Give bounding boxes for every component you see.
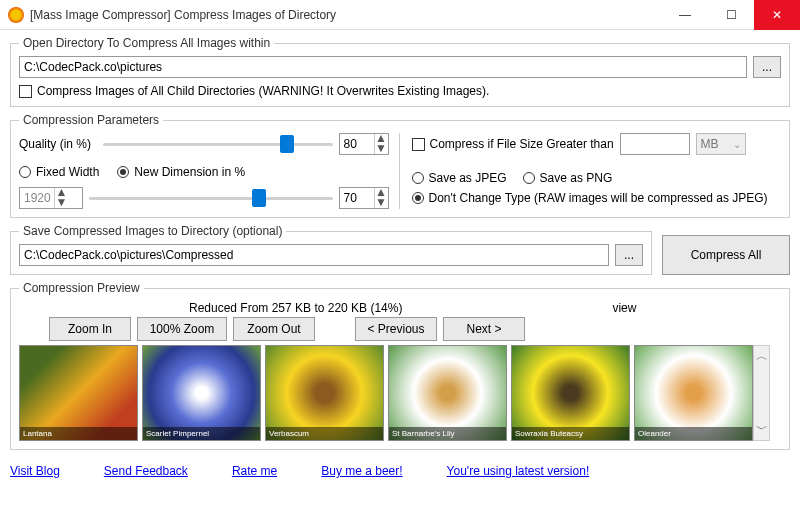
open-directory-group: Open Directory To Compress All Images wi… [10,36,790,107]
save-directory-group: Save Compressed Images to Directory (opt… [10,224,652,275]
dimension-spinner[interactable]: ▲▼ [339,187,389,209]
quality-spinner[interactable]: ▲▼ [339,133,389,155]
app-icon [8,7,24,23]
scroll-up-icon: ︿ [756,348,768,365]
new-dimension-radio[interactable]: New Dimension in % [117,165,245,179]
thumbnail[interactable]: Scarlet Pimpernel [142,345,261,441]
minimize-button[interactable]: — [662,0,708,30]
size-threshold-checkbox[interactable]: Compress if File Size Greater than [412,137,614,151]
scroll-down-icon: ﹀ [756,421,768,438]
thumbnail-strip: Lantana Scarlet Pimpernel Verbascum St B… [19,345,753,441]
save-browse-button[interactable]: ... [615,244,643,266]
maximize-button[interactable]: ☐ [708,0,754,30]
save-directory-legend: Save Compressed Images to Directory (opt… [19,224,286,238]
send-feedback-link[interactable]: Send Feedback [104,464,188,478]
reduced-text: Reduced From 257 KB to 220 KB (14%) [189,301,402,315]
compress-all-button[interactable]: Compress All [662,235,790,275]
fixed-width-spinner: ▲▼ [19,187,83,209]
version-link[interactable]: You're using latest version! [447,464,590,478]
open-directory-legend: Open Directory To Compress All Images wi… [19,36,274,50]
rate-me-link[interactable]: Rate me [232,464,277,478]
next-button[interactable]: Next > [443,317,525,341]
compression-preview-group: Compression Preview Reduced From 257 KB … [10,281,790,450]
thumbnail[interactable]: St Barnarbe's Lily [388,345,507,441]
titlebar: [Mass Image Compressor] Compress Images … [0,0,800,30]
checkbox-icon [19,85,32,98]
visit-blog-link[interactable]: Visit Blog [10,464,60,478]
zoom-out-button[interactable]: Zoom Out [233,317,315,341]
thumbnail[interactable]: Oleander [634,345,753,441]
previous-button[interactable]: < Previous [355,317,437,341]
thumbnail[interactable]: Sowraxia Buteacsy [511,345,630,441]
footer-links: Visit Blog Send Feedback Rate me Buy me … [0,460,800,482]
size-unit-select: MB [696,133,746,155]
preview-legend: Compression Preview [19,281,144,295]
close-button[interactable]: ✕ [754,0,800,30]
quality-slider[interactable] [103,133,333,155]
buy-beer-link[interactable]: Buy me a beer! [321,464,402,478]
thumbnail[interactable]: Verbascum [265,345,384,441]
child-directories-checkbox[interactable]: Compress Images of All Child Directories… [19,84,489,98]
save-jpeg-radio[interactable]: Save as JPEG [412,171,507,185]
directory-input[interactable] [19,56,747,78]
zoom-100-button[interactable]: 100% Zoom [137,317,227,341]
params-legend: Compression Parameters [19,113,163,127]
child-directories-label: Compress Images of All Child Directories… [37,84,489,98]
dont-change-type-radio[interactable]: Don't Change Type (RAW images will be co… [412,191,768,205]
dimension-slider[interactable] [89,187,333,209]
save-directory-input[interactable] [19,244,609,266]
fixed-width-radio[interactable]: Fixed Width [19,165,99,179]
window-title: [Mass Image Compressor] Compress Images … [30,8,662,22]
save-png-radio[interactable]: Save as PNG [523,171,613,185]
quality-label: Quality (in %) [19,137,97,151]
size-threshold-input [620,133,690,155]
browse-button[interactable]: ... [753,56,781,78]
vertical-scrollbar[interactable]: ︿﹀ [753,345,770,441]
zoom-in-button[interactable]: Zoom In [49,317,131,341]
view-label: view [612,301,636,315]
thumbnail[interactable]: Lantana [19,345,138,441]
compression-parameters-group: Compression Parameters Quality (in %) ▲▼… [10,113,790,218]
